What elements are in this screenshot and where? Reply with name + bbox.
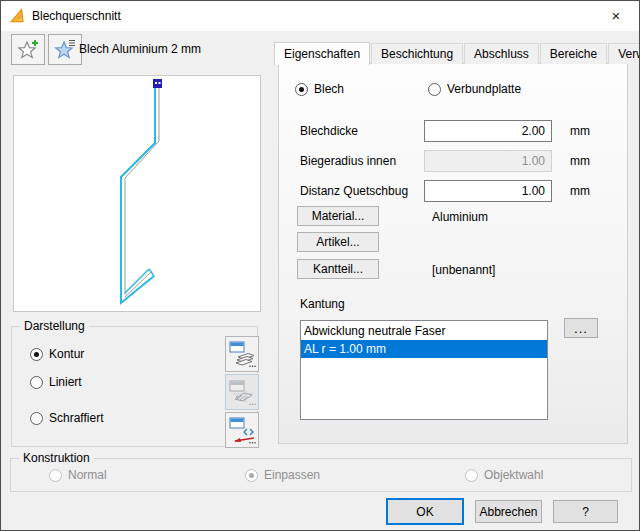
radio-blech-label: Blech xyxy=(314,82,344,96)
blechdicke-unit: mm xyxy=(570,124,590,138)
radio-schraffiert-circle xyxy=(30,412,43,425)
blechdicke-label: Blechdicke xyxy=(300,124,358,138)
radio-normal-circle xyxy=(49,469,62,482)
tab-eigenschaften[interactable]: Eigenschaften xyxy=(274,42,370,65)
kantteil-value: [unbenannt] xyxy=(432,263,495,277)
reference-settings-button[interactable] xyxy=(225,412,259,448)
blechdicke-input[interactable] xyxy=(424,120,552,142)
favorites-list-button[interactable] xyxy=(48,34,82,65)
kantung-label: Kantung xyxy=(300,297,345,311)
radio-blech[interactable]: Blech xyxy=(295,82,344,96)
biegeradius-unit: mm xyxy=(570,154,590,168)
radio-liniert-circle xyxy=(30,376,43,389)
kantung-browse-button[interactable]: ... xyxy=(564,318,598,338)
window-title: Blechquerschnitt xyxy=(32,9,121,23)
radio-normal-label: Normal xyxy=(68,468,107,482)
app-logo-icon xyxy=(9,8,25,24)
titlebar: Blechquerschnitt × xyxy=(1,1,639,31)
code-arrow-icon xyxy=(229,417,256,444)
new-favorite-button[interactable] xyxy=(11,34,45,65)
radio-normal: Normal xyxy=(49,468,107,482)
radio-kontur[interactable]: Kontur xyxy=(30,347,84,361)
radio-liniert[interactable]: Liniert xyxy=(30,375,82,389)
radio-kontur-label: Kontur xyxy=(49,347,84,361)
help-button[interactable]: ? xyxy=(553,500,618,523)
tab-verwaltung[interactable]: Verwaltung xyxy=(608,43,640,64)
list-item-selected[interactable]: AL r = 1.00 mm xyxy=(301,340,547,358)
tab-beschichtung[interactable]: Beschichtung xyxy=(371,43,463,64)
tab-page-eigenschaften: Blech Verbundplatte Blechdicke mm Bieger… xyxy=(278,63,628,444)
biegeradius-label: Biegeradius innen xyxy=(300,154,396,168)
radio-einpassen-label: Einpassen xyxy=(264,468,320,482)
radio-schraffiert-label: Schraffiert xyxy=(49,411,103,425)
star-plus-icon xyxy=(17,39,39,60)
radio-einpassen: Einpassen xyxy=(245,468,320,482)
preset-name-label: Blech Aluminium 2 mm xyxy=(79,42,201,56)
radio-einpassen-circle xyxy=(245,469,258,482)
quetschbug-input[interactable] xyxy=(424,180,552,202)
blechquerschnitt-dialog: Blechquerschnitt × Blech Aluminium 2 mm xyxy=(0,0,640,531)
biegeradius-input xyxy=(424,150,552,172)
radio-kontur-circle xyxy=(30,348,43,361)
radio-verbundplatte[interactable]: Verbundplatte xyxy=(428,82,521,96)
tab-strip: Eigenschaften Beschichtung Abschluss Ber… xyxy=(274,41,640,64)
darstellung-group-label: Darstellung xyxy=(20,319,89,333)
kantung-listbox[interactable]: Abwicklung neutrale Faser AL r = 1.00 mm xyxy=(300,320,548,420)
radio-schraffiert[interactable]: Schraffiert xyxy=(30,411,103,425)
radio-liniert-label: Liniert xyxy=(49,375,82,389)
radio-objektwahl-label: Objektwahl xyxy=(484,468,543,482)
list-item[interactable]: Abwicklung neutrale Faser xyxy=(301,322,547,340)
hatch-icon xyxy=(229,379,256,406)
quetschbug-label: Distanz Quetschbug xyxy=(300,184,408,198)
radio-verbundplatte-label: Verbundplatte xyxy=(447,82,521,96)
artikel-button[interactable]: Artikel... xyxy=(297,232,379,252)
material-button[interactable]: Material... xyxy=(297,206,379,226)
kantteil-button[interactable]: Kantteil... xyxy=(297,259,379,279)
close-icon[interactable]: × xyxy=(599,1,633,30)
hatch-settings-button xyxy=(225,374,259,410)
layers-icon xyxy=(229,341,256,368)
cross-section-preview xyxy=(13,75,261,312)
radio-objektwahl-circle xyxy=(465,469,478,482)
darstellung-group: Darstellung Kontur Liniert Schraffiert xyxy=(11,326,258,447)
tab-abschluss[interactable]: Abschluss xyxy=(464,43,539,64)
radio-verbundplatte-circle xyxy=(428,83,441,96)
konstruktion-group-label: Konstruktion xyxy=(19,451,94,465)
profile-handle-icon xyxy=(153,79,162,88)
material-value: Aluminium xyxy=(432,210,488,224)
layer-display-settings-button[interactable] xyxy=(225,336,259,372)
sheet-profile-drawing xyxy=(14,76,260,311)
tab-bereiche[interactable]: Bereiche xyxy=(540,43,607,64)
konstruktion-group: Konstruktion Normal Einpassen Objektwahl xyxy=(10,458,632,492)
cancel-button[interactable]: Abbrechen xyxy=(475,500,542,523)
radio-blech-circle xyxy=(295,83,308,96)
ok-button[interactable]: OK xyxy=(386,498,464,525)
star-menu-icon xyxy=(54,39,76,60)
radio-objektwahl: Objektwahl xyxy=(465,468,543,482)
quetschbug-unit: mm xyxy=(570,184,590,198)
